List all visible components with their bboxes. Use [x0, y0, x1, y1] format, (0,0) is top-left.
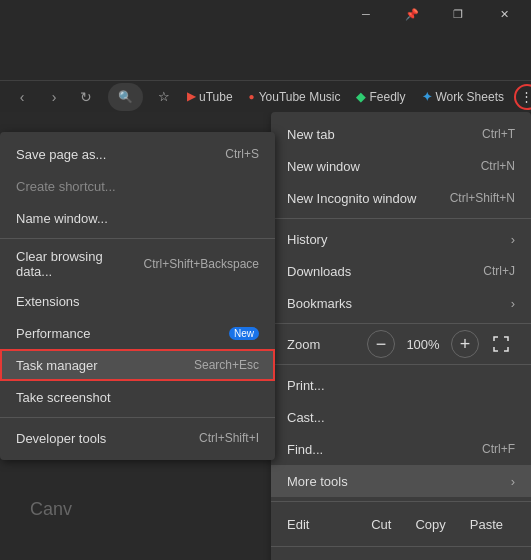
zoom-plus-button[interactable]: + — [451, 330, 479, 358]
downloads-label: Downloads — [287, 264, 475, 279]
name-window-label: Name window... — [16, 211, 259, 226]
chrome-divider-2 — [271, 323, 531, 324]
menu-task-manager[interactable]: Task manager Search+Esc — [0, 349, 275, 381]
zoom-minus-button[interactable]: − — [367, 330, 395, 358]
more-tools-divider-1 — [0, 238, 275, 239]
save-page-label: Save page as... — [16, 147, 217, 162]
save-page-shortcut: Ctrl+S — [225, 147, 259, 161]
zoom-label: Zoom — [287, 337, 359, 352]
find-shortcut: Ctrl+F — [482, 442, 515, 456]
bookmarks-bar: ‹ › ↻ 🔍 ☆ ▶ uTube ● YouTube Music ◆ Feed… — [0, 80, 531, 112]
task-manager-shortcut: Search+Esc — [194, 358, 259, 372]
edit-label: Edit — [287, 517, 359, 532]
developer-tools-shortcut: Ctrl+Shift+I — [199, 431, 259, 445]
menu-name-window[interactable]: Name window... — [0, 202, 275, 234]
bookmark-ytm-label: YouTube Music — [259, 90, 341, 104]
menu-new-tab[interactable]: New tab Ctrl+T — [271, 118, 531, 150]
menu-downloads[interactable]: Downloads Ctrl+J — [271, 255, 531, 287]
find-label: Find... — [287, 442, 474, 457]
menu-find[interactable]: Find... Ctrl+F — [271, 433, 531, 465]
pin-button[interactable]: 📌 — [389, 0, 435, 28]
bookmark-feedly-label: Feedly — [369, 90, 405, 104]
menu-more-tools[interactable]: More tools › — [271, 465, 531, 497]
new-tab-label: New tab — [287, 127, 474, 142]
more-tools-label: More tools — [287, 474, 503, 489]
menu-performance[interactable]: Performance New — [0, 317, 275, 349]
menu-print[interactable]: Print... — [271, 369, 531, 401]
window-controls: ─ 📌 ❐ ✕ — [0, 0, 531, 28]
chrome-divider-3 — [271, 364, 531, 365]
downloads-shortcut: Ctrl+J — [483, 264, 515, 278]
reload-button[interactable]: ↻ — [72, 83, 100, 111]
paste-button[interactable]: Paste — [458, 513, 515, 536]
developer-tools-label: Developer tools — [16, 431, 191, 446]
minimize-button[interactable]: ─ — [343, 0, 389, 28]
print-label: Print... — [287, 378, 515, 393]
more-tools-menu: Save page as... Ctrl+S Create shortcut..… — [0, 132, 275, 460]
new-incognito-label: New Incognito window — [287, 191, 442, 206]
chrome-menu-button[interactable]: ⋮ — [514, 84, 531, 110]
forward-button[interactable]: › — [40, 83, 68, 111]
clear-browsing-shortcut: Ctrl+Shift+Backspace — [144, 257, 259, 271]
performance-badge: New — [229, 327, 259, 340]
zoom-control: Zoom − 100% + — [271, 328, 531, 360]
zoom-value: 100% — [403, 337, 443, 352]
page-content: e Canv Save page as... Ctrl+S Create sho… — [0, 112, 531, 560]
back-button[interactable]: ‹ — [8, 83, 36, 111]
canva-logo: Canv — [30, 499, 72, 520]
bookmarks-label: Bookmarks — [287, 296, 503, 311]
edit-row: Edit Cut Copy Paste — [271, 506, 531, 542]
bookmark-ytmusic[interactable]: ● YouTube Music — [243, 88, 347, 106]
menu-create-shortcut[interactable]: Create shortcut... — [0, 170, 275, 202]
menu-clear-browsing[interactable]: Clear browsing data... Ctrl+Shift+Backsp… — [0, 243, 275, 285]
close-button[interactable]: ✕ — [481, 0, 527, 28]
create-shortcut-label: Create shortcut... — [16, 179, 259, 194]
menu-history[interactable]: History › — [271, 223, 531, 255]
menu-take-screenshot[interactable]: Take screenshot — [0, 381, 275, 413]
chrome-divider-1 — [271, 218, 531, 219]
menu-settings[interactable] — [271, 551, 531, 560]
browser-chrome: ─ 📌 ❐ ✕ — [0, 0, 531, 80]
new-tab-shortcut: Ctrl+T — [482, 127, 515, 141]
new-window-label: New window — [287, 159, 473, 174]
ytm-icon: ● — [249, 91, 255, 102]
more-tools-arrow: › — [511, 474, 515, 489]
menu-developer-tools[interactable]: Developer tools Ctrl+Shift+I — [0, 422, 275, 454]
performance-label: Performance — [16, 326, 217, 341]
cast-label: Cast... — [287, 410, 515, 425]
chrome-divider-4 — [271, 501, 531, 502]
history-arrow: › — [511, 232, 515, 247]
address-box[interactable]: 🔍 — [108, 83, 143, 111]
new-window-shortcut: Ctrl+N — [481, 159, 515, 173]
new-incognito-shortcut: Ctrl+Shift+N — [450, 191, 515, 205]
history-label: History — [287, 232, 503, 247]
copy-button[interactable]: Copy — [403, 513, 457, 536]
menu-new-window[interactable]: New window Ctrl+N — [271, 150, 531, 182]
bookmark-feedly[interactable]: ◆ Feedly — [350, 88, 411, 106]
star-icon[interactable]: ☆ — [151, 84, 177, 110]
gs-icon: ✦ — [422, 90, 432, 104]
clear-browsing-label: Clear browsing data... — [16, 249, 136, 279]
more-tools-divider-2 — [0, 417, 275, 418]
menu-bookmarks[interactable]: Bookmarks › — [271, 287, 531, 319]
chrome-divider-5 — [271, 546, 531, 547]
bookmark-worksheets[interactable]: ✦ Work Sheets — [416, 88, 510, 106]
yt-icon: ▶ — [187, 90, 195, 103]
toolbar-icons: ☆ ▶ uTube ● YouTube Music ◆ Feedly ✦ Wor… — [151, 84, 531, 110]
restore-button[interactable]: ❐ — [435, 0, 481, 28]
cut-button[interactable]: Cut — [359, 513, 403, 536]
menu-cast[interactable]: Cast... — [271, 401, 531, 433]
bookmarks-arrow: › — [511, 296, 515, 311]
chrome-menu: New tab Ctrl+T New window Ctrl+N New Inc… — [271, 112, 531, 560]
menu-save-page[interactable]: Save page as... Ctrl+S — [0, 138, 275, 170]
menu-new-incognito[interactable]: New Incognito window Ctrl+Shift+N — [271, 182, 531, 214]
bookmark-youtube[interactable]: ▶ uTube — [181, 88, 239, 106]
bookmark-yt-label: uTube — [199, 90, 233, 104]
take-screenshot-label: Take screenshot — [16, 390, 259, 405]
extensions-label: Extensions — [16, 294, 259, 309]
fullscreen-button[interactable] — [487, 330, 515, 358]
feedly-icon: ◆ — [356, 90, 365, 104]
menu-extensions[interactable]: Extensions — [0, 285, 275, 317]
task-manager-label: Task manager — [16, 358, 186, 373]
bookmark-ws-label: Work Sheets — [436, 90, 504, 104]
